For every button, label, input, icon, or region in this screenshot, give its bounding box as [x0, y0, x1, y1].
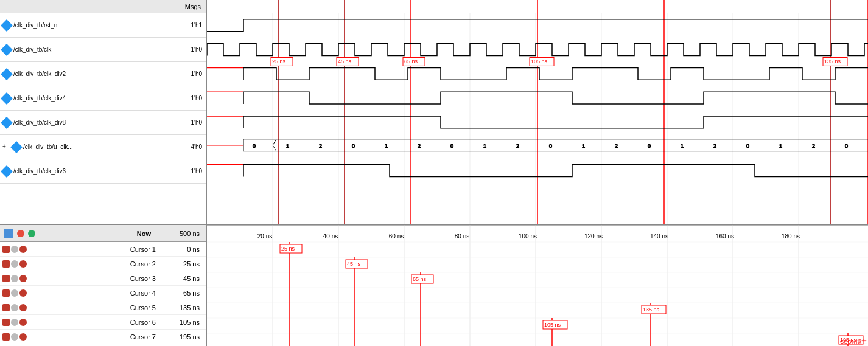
- msgs-label: Msgs: [185, 3, 201, 10]
- cursor-3-time: 45 ns: [161, 275, 203, 282]
- signal-row-div6[interactable]: /clk_div_tb/clk_div6 1'h0: [0, 159, 206, 184]
- signal-name-div8: /clk_div_tb/clk_div8: [13, 119, 175, 126]
- signal-value-clk: 1'h0: [175, 46, 206, 53]
- signal-value-uclk: 4'h0: [175, 144, 206, 150]
- svg-text:1: 1: [681, 143, 684, 149]
- del-icon-5: [19, 304, 27, 311]
- lock-icon-5: [2, 304, 10, 311]
- key-icon-4: [11, 289, 18, 297]
- cursor-row-5[interactable]: Cursor 5 135 ns: [0, 300, 206, 315]
- svg-text:160 ns: 160 ns: [716, 233, 734, 240]
- signal-value-rst: 1'h1: [175, 22, 206, 29]
- svg-text:1: 1: [483, 143, 486, 149]
- waveform-display[interactable]: 0 1 2 0 1: [207, 0, 868, 224]
- cursor-1-name: Cursor 1: [30, 246, 161, 253]
- cursor-header: Now 500 ns: [0, 225, 206, 242]
- svg-text:CSDN博主: CSDN博主: [840, 339, 867, 345]
- lock-icon-4: [2, 289, 10, 297]
- svg-text:0: 0: [845, 143, 848, 149]
- svg-text:40 ns: 40 ns: [323, 233, 338, 240]
- svg-text:0: 0: [253, 143, 256, 149]
- key-icon-7: [11, 333, 18, 341]
- svg-text:2: 2: [319, 143, 322, 149]
- svg-text:45 ns: 45 ns: [338, 58, 352, 64]
- cursor-7-name: Cursor 7: [30, 333, 161, 341]
- del-icon-6: [19, 319, 27, 326]
- now-label: Now: [39, 230, 151, 237]
- svg-rect-95: [207, 225, 868, 346]
- svg-text:2: 2: [418, 143, 421, 149]
- cursor-row-3[interactable]: Cursor 3 45 ns: [0, 271, 206, 286]
- del-icon-3: [19, 275, 27, 282]
- del-icon-7: [19, 333, 27, 341]
- svg-text:105 ns: 105 ns: [531, 58, 548, 64]
- signal-diamond-icon-div4: [1, 92, 13, 105]
- lock-icon-2: [2, 260, 10, 268]
- signal-diamond-icon-div2: [1, 68, 13, 80]
- cursor-timeline-svg: for(let i=0;i<1086;i+=5){ document.curre…: [207, 225, 868, 346]
- cursor-row-7[interactable]: Cursor 7 195 ns: [0, 330, 206, 344]
- svg-text:1: 1: [582, 143, 585, 149]
- top-waveform-area: Msgs /clk_div_tb/rst_n 1'h1 /clk_div_tb/…: [0, 0, 868, 225]
- svg-text:0: 0: [549, 143, 552, 149]
- svg-text:1: 1: [779, 143, 782, 149]
- del-icon-2: [19, 260, 27, 268]
- tool-icon-2[interactable]: [17, 230, 24, 237]
- del-icon-1: [19, 246, 27, 253]
- signal-row-uclk[interactable]: + /clk_div_tb/u_clk... 4'h0: [0, 135, 206, 159]
- cursor-row-6[interactable]: Cursor 6 105 ns: [0, 315, 206, 330]
- lock-icon-3: [2, 275, 10, 282]
- cursor-6-name: Cursor 6: [30, 319, 161, 326]
- cursor-row-4[interactable]: Cursor 4 65 ns: [0, 286, 206, 300]
- svg-text:65 ns: 65 ns: [413, 276, 427, 282]
- tool-icon-3[interactable]: [28, 230, 35, 237]
- del-icon-4: [19, 289, 27, 297]
- svg-text:0: 0: [648, 143, 651, 149]
- key-icon-1: [11, 246, 18, 253]
- tool-icon-1[interactable]: [4, 229, 13, 238]
- signal-value-div2: 1'h0: [175, 71, 206, 77]
- signal-row-clk[interactable]: /clk_div_tb/clk 1'h0: [0, 38, 206, 62]
- cursor-row-1[interactable]: Cursor 1 0 ns: [0, 242, 206, 257]
- svg-text:0: 0: [352, 143, 355, 149]
- now-value: 500 ns: [153, 230, 202, 237]
- signal-name-rst: /clk_div_tb/rst_n: [13, 22, 175, 29]
- cursor-list-panel: Now 500 ns Cursor 1 0 ns Cursor 2 25 ns …: [0, 225, 207, 346]
- signal-row-div8[interactable]: /clk_div_tb/clk_div8 1'h0: [0, 111, 206, 135]
- signal-value-div4: 1'h0: [175, 95, 206, 102]
- svg-text:120 ns: 120 ns: [584, 233, 603, 240]
- signal-value-div6: 1'h0: [175, 168, 206, 175]
- svg-text:25 ns: 25 ns: [272, 58, 286, 64]
- svg-text:2: 2: [812, 143, 815, 149]
- key-icon-2: [11, 260, 18, 268]
- cursor-2-time: 25 ns: [161, 260, 203, 268]
- key-icon-3: [11, 275, 18, 282]
- svg-text:180 ns: 180 ns: [782, 233, 800, 240]
- signal-name-uclk: /clk_div_tb/u_clk...: [23, 144, 175, 150]
- svg-text:80 ns: 80 ns: [455, 233, 469, 240]
- bottom-cursor-area: Now 500 ns Cursor 1 0 ns Cursor 2 25 ns …: [0, 225, 868, 346]
- svg-text:2: 2: [516, 143, 519, 149]
- cursor-waveform-area[interactable]: for(let i=0;i<1086;i+=5){ document.curre…: [207, 225, 868, 346]
- cursor-7-time: 195 ns: [161, 333, 203, 341]
- svg-text:20 ns: 20 ns: [257, 233, 272, 240]
- cursor-5-name: Cursor 5: [30, 304, 161, 311]
- svg-text:60 ns: 60 ns: [389, 233, 404, 240]
- signal-row-div2[interactable]: /clk_div_tb/clk_div2 1'h0: [0, 62, 206, 86]
- svg-text:0: 0: [450, 143, 453, 149]
- signal-diamond-icon-div8: [1, 117, 13, 129]
- cursor-4-name: Cursor 4: [30, 289, 161, 297]
- svg-text:140 ns: 140 ns: [650, 233, 668, 240]
- signal-panel-header: Msgs: [0, 0, 206, 13]
- lock-icon-1: [2, 246, 10, 253]
- signal-name-div6: /clk_div_tb/clk_div6: [13, 168, 175, 175]
- cursor-4-time: 65 ns: [161, 289, 203, 297]
- waveform-svg: 0 1 2 0 1: [207, 0, 868, 224]
- signal-row-rst[interactable]: /clk_div_tb/rst_n 1'h1: [0, 13, 206, 38]
- signal-row-div4[interactable]: /clk_div_tb/clk_div4 1'h0: [0, 86, 206, 111]
- svg-text:135 ns: 135 ns: [824, 58, 841, 64]
- cursor-2-name: Cursor 2: [30, 260, 161, 268]
- cursor-row-2[interactable]: Cursor 2 25 ns: [0, 257, 206, 271]
- svg-text:135 ns: 135 ns: [643, 306, 660, 313]
- signal-name-clk: /clk_div_tb/clk: [13, 46, 175, 53]
